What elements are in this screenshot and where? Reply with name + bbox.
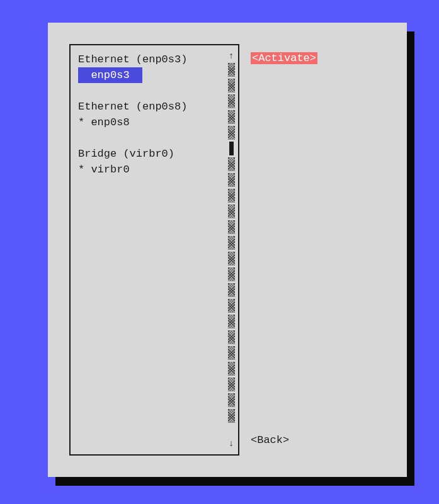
- scroll-track-block: [228, 173, 235, 187]
- scroll-track-block: [228, 157, 235, 171]
- scroll-track-block: [228, 110, 235, 124]
- scroll-track-block: [228, 236, 235, 250]
- scroll-track[interactable]: [228, 63, 235, 437]
- connection-item-virbr0[interactable]: * virbr0: [78, 162, 227, 177]
- spacer: [78, 130, 227, 146]
- scroll-track-block: [228, 346, 235, 360]
- scroll-up-icon[interactable]: ↑: [229, 52, 234, 60]
- scroll-track-block: [228, 409, 235, 423]
- connection-item-enp0s3[interactable]: enp0s3: [78, 67, 142, 83]
- scroll-track-block: [228, 283, 235, 297]
- scroll-track-block: [228, 220, 235, 234]
- group-header: Ethernet (enp0s8): [78, 99, 227, 115]
- scroll-track-block: [228, 393, 235, 407]
- scroll-track-block: [228, 94, 235, 108]
- activate-button[interactable]: <Activate>: [251, 52, 317, 64]
- scroll-track-block: [228, 204, 235, 218]
- nmtui-dialog: Ethernet (enp0s3) enp0s3 Ethernet (enp0s…: [48, 23, 407, 477]
- scroll-track-block: [228, 63, 235, 77]
- back-button[interactable]: <Back>: [251, 434, 289, 446]
- group-header: Bridge (virbr0): [78, 146, 227, 162]
- scrollbar[interactable]: ↑: [227, 52, 236, 448]
- scroll-track-block: [228, 252, 235, 266]
- scroll-down-icon[interactable]: ↓: [229, 439, 234, 448]
- scroll-track-block: [228, 378, 235, 391]
- connection-list-panel: Ethernet (enp0s3) enp0s3 Ethernet (enp0s…: [69, 44, 239, 456]
- scroll-track-block: [228, 362, 235, 376]
- scroll-track-block: [228, 189, 235, 203]
- connection-list[interactable]: Ethernet (enp0s3) enp0s3 Ethernet (enp0s…: [78, 52, 227, 448]
- spacer: [78, 83, 227, 99]
- connection-item-enp0s8[interactable]: * enp0s8: [78, 115, 227, 130]
- dialog-content: Ethernet (enp0s3) enp0s3 Ethernet (enp0s…: [69, 44, 396, 456]
- scroll-thumb[interactable]: [229, 142, 234, 155]
- scroll-track-block: [228, 330, 235, 344]
- action-panel: <Activate> <Back>: [251, 44, 317, 456]
- scroll-track-block: [228, 126, 235, 140]
- scroll-track-block: [228, 315, 235, 328]
- scroll-track-block: [228, 267, 235, 281]
- group-header: Ethernet (enp0s3): [78, 52, 227, 67]
- scroll-track-block: [228, 299, 235, 313]
- scroll-track-block: [228, 79, 235, 92]
